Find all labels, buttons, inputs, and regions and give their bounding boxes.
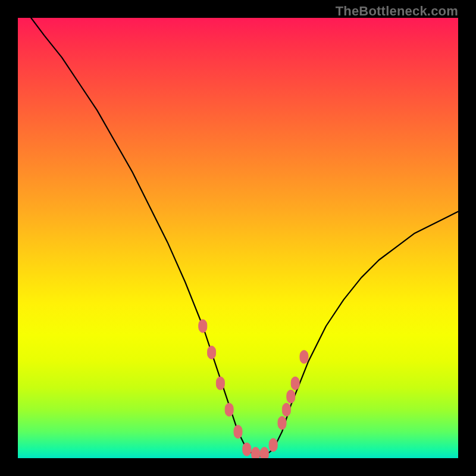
plot-area <box>18 18 458 458</box>
bottleneck-curve <box>31 18 458 456</box>
chart-frame: TheBottleneck.com <box>0 0 476 476</box>
marker-point <box>300 350 308 364</box>
marker-cluster <box>199 320 308 458</box>
marker-point <box>208 346 216 359</box>
marker-point <box>291 377 299 390</box>
marker-point <box>234 425 242 439</box>
marker-point <box>287 390 295 403</box>
marker-point <box>252 447 260 458</box>
marker-point <box>225 403 233 416</box>
marker-point <box>282 403 290 416</box>
marker-point <box>216 377 224 390</box>
marker-point <box>269 439 277 452</box>
marker-point <box>260 447 268 458</box>
marker-point <box>199 320 207 333</box>
marker-point <box>278 416 286 430</box>
attribution-text: TheBottleneck.com <box>336 4 458 19</box>
marker-point <box>243 443 251 456</box>
curve-layer <box>18 18 458 458</box>
